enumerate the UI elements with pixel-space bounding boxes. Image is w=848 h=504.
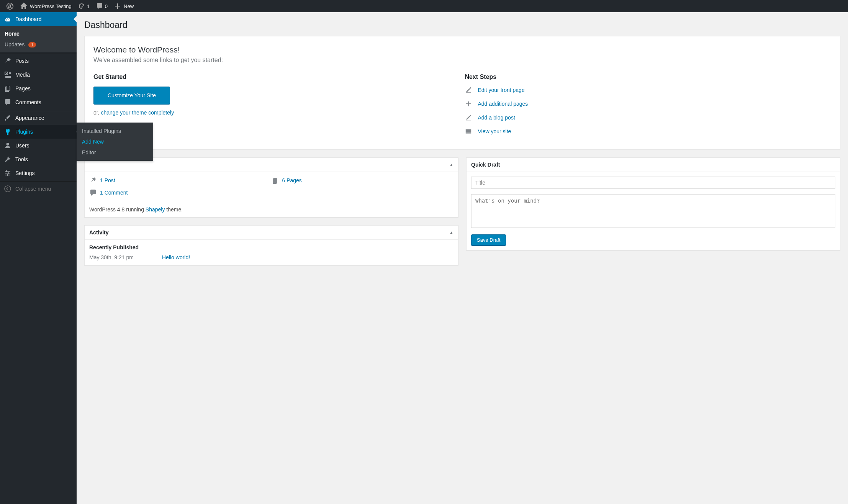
brush-icon [4,114,11,122]
toolbar-updates[interactable]: 1 [75,0,93,12]
sidebar-item-appearance[interactable]: Appearance [0,111,77,125]
view-icon [465,128,472,135]
next-step-link[interactable]: Add a blog post [478,115,515,121]
activity-box: Activity ▲ Recently Published May 30th, … [84,225,458,265]
sliders-icon [4,169,11,177]
next-step-add-pages: Add additional pages [465,100,837,107]
sidebar-label: Posts [15,58,29,64]
sidebar-collapse[interactable]: Collapse menu [0,182,77,196]
collapse-icon [4,185,11,193]
toolbar-site-link[interactable]: WordPress Testing [17,0,75,12]
activity-heading: Activity [89,229,109,236]
wp-logo[interactable] [3,0,17,12]
edit-icon [465,87,472,93]
quick-draft-heading: Quick Draft [471,162,500,168]
wordpress-icon [6,2,14,10]
plus-icon [465,100,472,107]
sidebar-submenu-dashboard: Home Updates 1 [0,26,77,52]
pin-icon [4,57,11,65]
toolbar-new-label: New [124,3,134,9]
sidebar-item-plugins[interactable]: Plugins [0,125,77,139]
sidebar-label: Settings [15,170,35,176]
sidebar-label: Comments [15,99,41,105]
quick-draft-content-input[interactable] [471,194,835,228]
sidebar-item-comments[interactable]: Comments [0,95,77,109]
toolbar-comments-count: 0 [105,3,108,9]
sidebar-label: Appearance [15,115,44,121]
welcome-panel: Welcome to WordPress! We've assembled so… [84,36,840,150]
sidebar-item-tools[interactable]: Tools [0,152,77,166]
welcome-col-next-steps: Next Steps Edit your front page Add addi… [465,74,837,142]
sidebar-item-dashboard[interactable]: Dashboard [0,12,77,26]
glance-posts: 1 Post [89,177,272,184]
activity-date: May 30th, 9:21 pm [89,254,162,260]
change-theme-line: or, change your theme completely [93,110,465,116]
toggle-icon[interactable]: ▲ [449,162,453,167]
media-icon [4,71,11,79]
plugin-icon [4,128,11,136]
theme-link[interactable]: Shapely [146,206,165,213]
dashboard-icon [4,15,11,23]
flyout-installed-plugins[interactable]: Installed Plugins [77,126,153,136]
page-title: Dashboard [84,20,840,30]
glance-footer: WordPress 4.8 running Shapely theme. [89,206,453,213]
change-theme-link[interactable]: change your theme completely [101,110,174,116]
quick-draft-title-input[interactable] [471,177,835,189]
write-icon [465,114,472,121]
glance-posts-link[interactable]: 1 Post [100,177,115,183]
home-icon [20,2,28,10]
sidebar-sub-home[interactable]: Home [0,28,77,39]
recently-pub-heading: Recently Published [89,244,453,250]
update-icon [78,2,85,10]
content-area: Dashboard Welcome to WordPress! We've as… [77,12,848,504]
toolbar-new[interactable]: New [111,0,137,12]
sidebar-item-settings[interactable]: Settings [0,166,77,180]
flyout-editor[interactable]: Editor [77,147,153,158]
sidebar-item-media[interactable]: Media [0,68,77,82]
save-draft-button[interactable]: Save Draft [471,234,506,245]
next-step-add-post: Add a blog post [465,114,837,121]
next-step-view-site: View your site [465,128,837,135]
glance-comments-link[interactable]: 1 Comment [100,190,128,196]
at-a-glance-box: ▲ 1 Post 6 Pages [84,157,458,218]
toolbar-comments[interactable]: 0 [93,0,111,12]
comment-icon [89,189,97,196]
activity-header: Activity ▲ [85,226,458,240]
flyout-add-new[interactable]: Add New [77,136,153,147]
next-step-edit-front: Edit your front page [465,87,837,93]
sidebar-label: Dashboard [15,16,42,22]
sidebar-item-users[interactable]: Users [0,139,77,152]
activity-row: May 30th, 9:21 pm Hello world! [89,254,453,260]
user-icon [4,142,11,149]
pin-icon [89,177,97,184]
sidebar-label: Tools [15,156,28,162]
pages-icon [272,177,279,184]
comment-icon [4,98,11,106]
sidebar-label: Collapse menu [15,186,51,192]
quick-draft-header: Quick Draft [467,158,840,172]
plus-icon [114,2,121,10]
activity-post-link[interactable]: Hello world! [162,254,190,260]
sidebar-label: Plugins [15,129,33,135]
sidebar-label: Media [15,72,30,78]
sidebar-item-pages[interactable]: Pages [0,82,77,95]
next-steps-heading: Next Steps [465,74,837,80]
sidebar-item-posts[interactable]: Posts [0,54,77,68]
next-step-link[interactable]: View your site [478,128,511,134]
admin-sidebar: Dashboard Home Updates 1 Posts Media Pag… [0,12,77,504]
admin-toolbar: WordPress Testing 1 0 New [0,0,848,12]
glance-comments: 1 Comment [89,189,272,196]
next-step-link[interactable]: Edit your front page [478,87,525,93]
sidebar-sub-updates[interactable]: Updates 1 [0,39,77,50]
comment-icon [96,2,103,10]
sidebar-label: Users [15,142,29,149]
toolbar-updates-count: 1 [87,3,90,9]
glance-pages: 6 Pages [272,177,454,184]
next-step-link[interactable]: Add additional pages [478,101,528,107]
customize-site-button[interactable]: Customize Your Site [93,87,170,104]
pages-icon [4,85,11,92]
quick-draft-box: Quick Draft Save Draft [466,157,840,250]
toggle-icon[interactable]: ▲ [449,230,453,235]
glance-pages-link[interactable]: 6 Pages [282,177,302,183]
updates-badge: 1 [28,42,36,47]
